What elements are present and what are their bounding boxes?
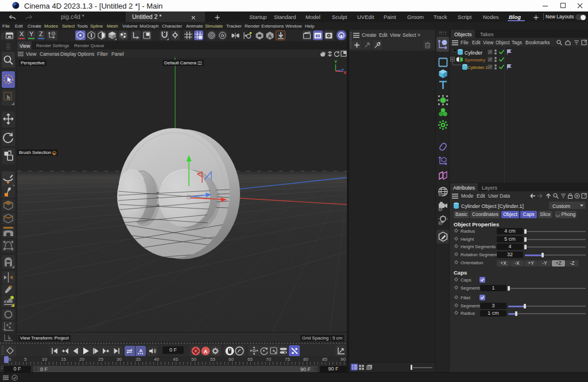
svg-text:A: A [268,33,272,39]
svg-text:17: 17 [439,208,442,211]
svg-text:A: A [204,349,208,354]
svg-text:A: A [140,348,143,353]
svg-text:Y: Y [334,59,338,64]
svg-text:17: 17 [439,222,442,225]
svg-text:17: 17 [439,193,442,196]
